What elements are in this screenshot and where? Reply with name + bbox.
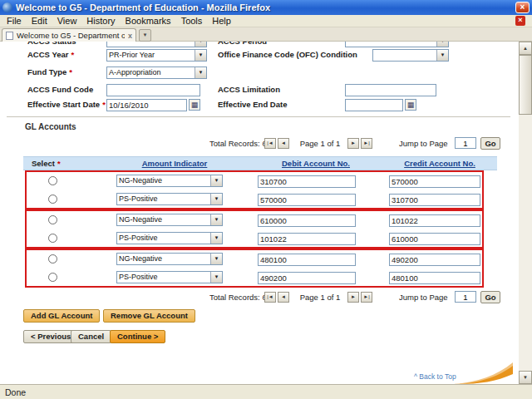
window-close-button[interactable]: ×: [515, 2, 530, 13]
status-text: Done: [5, 387, 26, 397]
effective-start-date-label: Effective Start Date*: [27, 100, 106, 109]
debit-account-input[interactable]: [258, 272, 356, 284]
amount-indicator-select[interactable]: PS-Positive ▼: [116, 271, 223, 283]
menu-tools[interactable]: Tools: [176, 16, 208, 26]
debit-account-input[interactable]: [258, 233, 356, 245]
last-page-button[interactable]: ►|: [361, 138, 372, 149]
accs-fund-code-input[interactable]: [106, 84, 200, 96]
debit-account-input[interactable]: [258, 194, 356, 206]
clipped-field-label-left: ACCS Status: [27, 42, 76, 46]
debit-account-input[interactable]: [258, 254, 356, 266]
column-credit-account[interactable]: Credit Account No.: [382, 159, 497, 168]
first-page-button[interactable]: |◄: [264, 138, 276, 149]
dropdown-arrow-icon: ▼: [195, 67, 206, 78]
column-select: Select*: [32, 159, 61, 168]
dropdown-arrow-icon: ▼: [210, 272, 222, 283]
tab-welcome-g5[interactable]: Welcome to G5 - Department of Edu... x: [2, 28, 136, 42]
status-bar: Done: [0, 384, 532, 399]
remove-gl-account-button[interactable]: Remove GL Account: [103, 309, 195, 323]
page-indicator: Page 1 of 1: [294, 139, 346, 148]
amount-indicator-select[interactable]: NG-Negative ▼: [116, 253, 223, 265]
jump-to-page-label: Jump to Page: [399, 139, 448, 148]
clipped-select-right[interactable]: ▼: [345, 42, 449, 47]
amount-indicator-select[interactable]: NG-Negative ▼: [116, 214, 223, 226]
column-amount-indicator[interactable]: Amount Indicator: [100, 159, 249, 168]
tab-close-icon[interactable]: x: [128, 32, 132, 40]
first-page-button[interactable]: |◄: [264, 292, 276, 303]
accs-limitation-input[interactable]: [345, 84, 436, 96]
pagination-bottom: Total Records: 6 |◄ ◄ Page 1 of 1 ► ►| J…: [0, 291, 511, 304]
fund-type-select[interactable]: A-Appropriation ▼: [106, 66, 207, 79]
add-gl-account-button[interactable]: Add GL Account: [23, 309, 100, 323]
credit-account-input[interactable]: [389, 272, 480, 284]
select-radio[interactable]: [48, 273, 57, 282]
next-page-button[interactable]: ►: [347, 292, 359, 303]
select-radio[interactable]: [48, 176, 57, 185]
scroll-up-icon[interactable]: ▲: [519, 42, 532, 55]
decorative-swoosh: [453, 361, 513, 384]
total-records: Total Records: 6: [209, 293, 267, 302]
dropdown-arrow-icon: ▼: [195, 50, 206, 61]
menu-help[interactable]: Help: [207, 16, 236, 26]
jump-to-page-input[interactable]: [455, 291, 476, 303]
cancel-button[interactable]: Cancel: [71, 330, 111, 343]
credit-account-input[interactable]: [389, 175, 480, 188]
accs-year-select[interactable]: PR-Prior Year ▼: [106, 49, 207, 62]
effective-start-date-input[interactable]: [106, 99, 187, 111]
go-button[interactable]: Go: [480, 137, 500, 150]
menu-edit[interactable]: Edit: [27, 16, 52, 26]
amount-indicator-select[interactable]: NG-Negative ▼: [116, 175, 223, 187]
amount-indicator-select[interactable]: PS-Positive ▼: [116, 193, 223, 205]
next-page-button[interactable]: ►: [347, 138, 359, 149]
table-row: NG-Negative ▼: [23, 212, 497, 229]
ofc-condition-select[interactable]: ▼: [372, 49, 449, 62]
effective-end-date-input[interactable]: [345, 99, 403, 111]
menu-history[interactable]: History: [81, 16, 120, 26]
select-radio[interactable]: [48, 215, 57, 224]
title-bar: Welcome to G5 - Department of Education …: [0, 0, 532, 15]
clipped-field-label-right: ACCS Period: [218, 42, 267, 46]
back-to-top-link[interactable]: ^ Back to Top: [414, 372, 456, 381]
amount-indicator-select[interactable]: PS-Positive ▼: [116, 232, 223, 244]
window-title: Welcome to G5 - Department of Education …: [16, 2, 512, 12]
credit-account-input[interactable]: [389, 194, 480, 206]
calendar-icon[interactable]: ▦: [189, 99, 200, 111]
jump-to-page-input[interactable]: [455, 137, 476, 149]
select-radio[interactable]: [48, 254, 57, 264]
dropdown-arrow-icon: ▼: [436, 50, 448, 61]
dropdown-arrow-icon: ▼: [195, 42, 206, 47]
vertical-scrollbar[interactable]: ▲ ▼: [519, 42, 532, 384]
credit-account-input[interactable]: [389, 233, 480, 245]
credit-account-input[interactable]: [389, 254, 480, 266]
clipped-select-left[interactable]: ▼: [106, 42, 207, 47]
accs-year-label: ACCS Year*: [27, 50, 74, 59]
scrollbar-thumb[interactable]: [519, 55, 532, 115]
debit-account-input[interactable]: [258, 214, 356, 227]
select-radio[interactable]: [48, 195, 57, 204]
browser-window: Welcome to G5 - Department of Education …: [0, 0, 532, 399]
calendar-icon[interactable]: ▦: [405, 99, 416, 111]
continue-button[interactable]: Continue >: [110, 330, 165, 343]
tab-bar: Welcome to G5 - Department of Edu... x ▼: [0, 27, 532, 42]
menu-file[interactable]: File: [2, 16, 27, 26]
select-radio[interactable]: [48, 234, 57, 243]
ofc-condition-label: Office Finance Code (OFC) Condition: [218, 50, 357, 59]
chevron-down-icon: ▼: [143, 32, 148, 37]
go-button[interactable]: Go: [480, 291, 500, 303]
close-icon[interactable]: ×: [515, 16, 525, 26]
gl-accounts-title: GL Accounts: [25, 122, 76, 131]
menu-bookmarks[interactable]: Bookmarks: [121, 16, 176, 26]
debit-account-input[interactable]: [258, 175, 356, 188]
prev-page-button[interactable]: ◄: [278, 138, 289, 149]
tab-list-button[interactable]: ▼: [139, 29, 151, 42]
menu-view[interactable]: View: [52, 16, 82, 26]
column-debit-account[interactable]: Debit Account No.: [249, 159, 382, 168]
firefox-icon: [2, 2, 12, 12]
credit-account-input[interactable]: [389, 214, 480, 227]
fund-type-label: Fund Type*: [27, 67, 72, 76]
scroll-down-icon[interactable]: ▼: [519, 371, 532, 384]
accs-fund-code-label: ACCS Fund Code: [27, 85, 93, 94]
table-row: PS-Positive ▼: [23, 191, 497, 208]
prev-page-button[interactable]: ◄: [278, 292, 289, 303]
last-page-button[interactable]: ►|: [361, 292, 372, 303]
